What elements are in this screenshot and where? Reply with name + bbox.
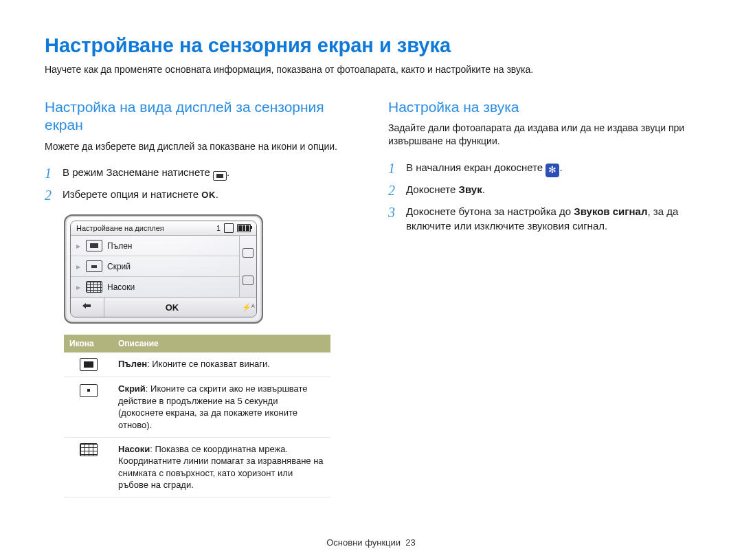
settings-gear-icon: ✻ bbox=[546, 164, 559, 177]
step-number: 1 bbox=[388, 159, 401, 178]
step-text: В режим Заснемане натиснете . bbox=[63, 164, 229, 183]
back-arrow-icon bbox=[80, 301, 95, 311]
step-number: 2 bbox=[388, 181, 401, 200]
grid-display-icon bbox=[86, 281, 102, 293]
table-header-icon: Икона bbox=[64, 335, 113, 352]
icon-description-table: Икона Описание Пълен: Иконите се показва… bbox=[64, 335, 330, 497]
step-number: 3 bbox=[388, 203, 401, 233]
section-heading-display: Настройка на вида дисплей за сензорния е… bbox=[45, 98, 354, 135]
steps-display: 1 В режим Заснемане натиснете . 2 Избере… bbox=[45, 164, 354, 205]
step-number: 1 bbox=[45, 164, 57, 183]
step-text: Докоснете бутона за настройка до Звуков … bbox=[406, 203, 697, 233]
step-number: 2 bbox=[45, 186, 57, 205]
lcd-option-full[interactable]: ▸ Пълен bbox=[71, 236, 239, 256]
step-1: 1 В режим Заснемане натиснете . bbox=[45, 164, 354, 183]
step-text: Докоснете Звук. bbox=[406, 181, 485, 200]
section-desc-sound: Задайте дали фотоапарата да издава или д… bbox=[388, 122, 697, 148]
display-mode-icon bbox=[213, 170, 227, 182]
step-1: 1 В началния екран докоснете ✻. bbox=[388, 159, 697, 178]
full-display-icon bbox=[80, 358, 98, 371]
chevron-right-icon: ▸ bbox=[76, 241, 80, 251]
back-button[interactable] bbox=[71, 298, 104, 317]
flash-auto-icon: ⚡ᴬ bbox=[240, 300, 256, 315]
table-header-desc: Описание bbox=[113, 335, 330, 352]
step-2: 2 Изберете опция и натиснете OK. bbox=[45, 186, 354, 205]
step-3: 3 Докоснете бутона за настройка до Звуко… bbox=[388, 203, 697, 233]
chevron-right-icon: ▸ bbox=[76, 282, 80, 292]
table-row: Пълен: Иконите се показват винаги. bbox=[64, 352, 330, 377]
table-row: Насоки: Показва се координатна мрежа. Ко… bbox=[64, 437, 330, 497]
ok-icon: OK bbox=[201, 190, 216, 200]
stabilizer-icon bbox=[243, 276, 254, 285]
page-number: 23 bbox=[405, 537, 415, 548]
section-desc-display: Можете да изберете вид дисплей за показв… bbox=[45, 140, 354, 153]
page-footer: Основни функции 23 bbox=[0, 537, 742, 548]
lcd-counter: 1 bbox=[216, 224, 221, 232]
step-2: 2 Докоснете Звук. bbox=[388, 181, 697, 200]
chevron-right-icon: ▸ bbox=[76, 262, 80, 271]
full-display-icon bbox=[86, 240, 102, 251]
left-column: Настройка на вида дисплей за сензорния е… bbox=[45, 98, 354, 497]
lcd-option-grid[interactable]: ▸ Насоки bbox=[71, 277, 239, 297]
lcd-titlebar: Настройване на дисплея 1 bbox=[71, 221, 256, 236]
lcd-sidebar bbox=[239, 236, 256, 297]
hide-display-icon bbox=[86, 260, 102, 272]
steps-sound: 1 В началния екран докоснете ✻. 2 Докосн… bbox=[388, 159, 697, 233]
sd-card-icon bbox=[224, 223, 234, 233]
lcd-actions: OK ⚡ᴬ bbox=[71, 297, 256, 317]
lcd-options: ▸ Пълен ▸ Скрий ▸ bbox=[71, 236, 239, 297]
ok-button[interactable]: OK bbox=[104, 299, 240, 316]
lcd-option-hide[interactable]: ▸ Скрий bbox=[71, 256, 239, 277]
footer-label: Основни функции bbox=[326, 537, 401, 548]
intro-text: Научете как да променяте основната инфор… bbox=[45, 64, 697, 75]
columns: Настройка на вида дисплей за сензорния е… bbox=[45, 98, 697, 497]
battery-icon bbox=[237, 224, 251, 232]
page: Настройване на сензорния екран и звука Н… bbox=[0, 0, 742, 560]
right-column: Настройка на звука Задайте дали фотоапар… bbox=[388, 98, 697, 497]
lcd-title: Настройване на дисплея bbox=[76, 224, 164, 232]
section-heading-sound: Настройка на звука bbox=[388, 98, 697, 116]
page-title: Настройване на сензорния екран и звука bbox=[45, 34, 697, 57]
grid-display-icon bbox=[80, 443, 98, 456]
camera-lcd-mock: Настройване на дисплея 1 ▸ Пъле bbox=[64, 214, 263, 324]
hide-display-icon bbox=[80, 384, 98, 397]
step-text: В началния екран докоснете ✻. bbox=[406, 159, 563, 178]
face-icon bbox=[243, 248, 254, 258]
step-text: Изберете опция и натиснете OK. bbox=[63, 186, 218, 205]
table-row: Скрий: Иконите са скрити ако не извършва… bbox=[64, 377, 330, 437]
